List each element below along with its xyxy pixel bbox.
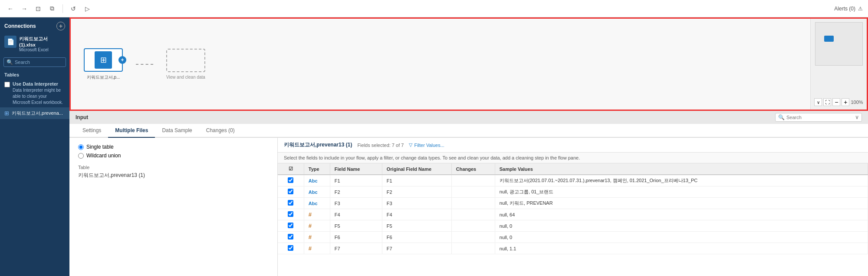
fit-button[interactable]: ⛶ — [823, 98, 831, 106]
row-changes — [451, 232, 495, 243]
flow-connector — [136, 64, 153, 65]
table-row: # F7 F7 null, 1.1 — [278, 243, 868, 254]
row-checkbox[interactable] — [288, 189, 293, 194]
flow-node-box: ⊞ + — [84, 48, 123, 72]
data-table-scroll[interactable]: ☑ Type Field Name Original Field Name Ch… — [278, 163, 868, 276]
flow-node-label: 키워드보고서,p... — [87, 74, 120, 80]
minimap-node — [824, 36, 834, 42]
flow-node-dest[interactable]: View and clean data — [166, 49, 205, 80]
search-icon: 🔍 — [7, 59, 13, 65]
row-checkbox[interactable] — [288, 223, 293, 228]
interpreter-checkbox[interactable] — [4, 82, 10, 87]
row-fieldname: F5 — [330, 220, 382, 232]
fields-selected: Fields selected: 7 of 7 — [357, 143, 404, 148]
row-checkbox[interactable] — [288, 234, 293, 239]
file-info: 키워드보고서 (1).xlsx Microsoft Excel — [19, 36, 65, 52]
filter-button[interactable]: ▽ Filter Values... — [409, 142, 444, 148]
flow-node-dashed-box — [166, 49, 205, 72]
single-table-radio[interactable] — [78, 144, 84, 150]
row-origfield: F7 — [382, 243, 451, 254]
row-sample: null, 1.1 — [495, 243, 868, 254]
zoom-plus-button[interactable]: + — [842, 98, 849, 106]
alerts-area: Alerts (0) ⚠ — [834, 6, 863, 12]
bottom-panel-content: Single table Wildcard union Table 키워드보고서… — [69, 138, 868, 276]
canvas-and-right: ⊞ + 키워드보고서,p... View and clean data — [69, 17, 868, 276]
table-row: Abc F1 F1 키워드보고서(2021.07.01.~2021.07.31.… — [278, 175, 868, 186]
row-checkbox[interactable] — [288, 177, 293, 183]
tab-multiple-files[interactable]: Multiple Files — [108, 124, 155, 138]
row-checkbox-cell[interactable] — [278, 209, 304, 220]
refresh-button[interactable]: ↺ — [68, 3, 79, 14]
back-button[interactable]: ← — [5, 3, 16, 14]
row-origfield: F2 — [382, 186, 451, 198]
row-checkbox-cell[interactable] — [278, 186, 304, 198]
zoom-controls: ∨ ⛶ − + 100% — [814, 98, 863, 106]
top-toolbar: ← → ⊡ ⧉ ↺ ▷ Alerts (0) ⚠ — [0, 0, 868, 17]
col-header-check: ☑ — [278, 163, 304, 175]
sidebar: Connections + 📄 키워드보고서 (1).xlsx Microsof… — [0, 17, 69, 276]
dashed-line — [136, 64, 153, 65]
row-type: # — [304, 243, 330, 254]
table-row: Abc F3 F3 null, 키워드, PREVENAR — [278, 198, 868, 209]
bottom-panel-tabs: Settings Multiple Files Data Sample Chan… — [69, 124, 868, 138]
bottom-search-input[interactable] — [786, 115, 853, 120]
sidebar-search[interactable]: 🔍 — [3, 57, 66, 67]
flow-node-dashed-label: View and clean data — [166, 75, 205, 80]
bottom-panel-header: Input 🔍 ∨ — [69, 111, 868, 124]
row-checkbox-cell[interactable] — [278, 220, 304, 232]
radio-group: Single table Wildcard union — [78, 144, 269, 159]
row-checkbox[interactable] — [288, 211, 293, 217]
wildcard-union-option[interactable]: Wildcard union — [78, 153, 269, 159]
row-changes — [451, 198, 495, 209]
minimap-panel: ∨ ⛶ − + 100% — [810, 19, 867, 110]
save-button[interactable]: ⊡ — [33, 3, 43, 14]
flow-node-plus[interactable]: + — [118, 56, 126, 64]
zoom-minus-button[interactable]: − — [832, 98, 840, 106]
data-table-area: 키워드보고서,prevenar13 (1) Fields selected: 7… — [278, 138, 868, 276]
row-type: Abc — [304, 186, 330, 198]
row-fieldname: F2 — [330, 186, 382, 198]
col-header-changes: Changes — [451, 163, 495, 175]
row-checkbox-cell[interactable] — [278, 198, 304, 209]
row-sample: 키워드보고서(2021.07.01.~2021.07.31.),prevenar… — [495, 175, 868, 186]
add-connection-button[interactable]: + — [56, 22, 65, 30]
row-checkbox-cell[interactable] — [278, 175, 304, 186]
bottom-search-dropdown[interactable]: ∨ — [855, 114, 859, 120]
copy-button[interactable]: ⧉ — [47, 3, 57, 14]
toolbar-divider — [62, 4, 63, 13]
zoom-dropdown-button[interactable]: ∨ — [814, 98, 822, 106]
play-button[interactable]: ▷ — [82, 3, 92, 14]
row-changes — [451, 220, 495, 232]
row-origfield: F5 — [382, 220, 451, 232]
row-checkbox-cell[interactable] — [278, 232, 304, 243]
row-checkbox[interactable] — [288, 245, 293, 251]
col-header-type: Type — [304, 163, 330, 175]
file-item[interactable]: 📄 키워드보고서 (1).xlsx Microsoft Excel — [0, 33, 69, 55]
table-icon: ⊞ — [4, 110, 9, 116]
search-input[interactable] — [15, 60, 63, 65]
row-checkbox[interactable] — [288, 200, 293, 206]
add-icon: + — [59, 23, 62, 30]
table-item[interactable]: ⊞ 키워드보고서,prevena... — [0, 107, 69, 119]
alert-icon: ⚠ — [858, 6, 863, 12]
row-checkbox-cell[interactable] — [278, 243, 304, 254]
table-name: 키워드보고서,prevena... — [12, 110, 63, 116]
settings-panel: Single table Wildcard union Table 키워드보고서… — [69, 138, 278, 276]
bottom-panel-search[interactable]: 🔍 ∨ — [775, 113, 862, 122]
tab-data-sample[interactable]: Data Sample — [155, 124, 199, 138]
row-changes — [451, 209, 495, 220]
file-icon: 📄 — [4, 36, 16, 48]
table-row: # F5 F5 null, 0 — [278, 220, 868, 232]
file-type: Microsoft Excel — [19, 47, 65, 52]
tab-settings[interactable]: Settings — [76, 124, 108, 138]
forward-button[interactable]: → — [19, 3, 30, 14]
single-table-label: Single table — [86, 144, 114, 150]
flow-node-source[interactable]: ⊞ + 키워드보고서,p... — [84, 48, 123, 80]
alerts-label: Alerts (0) — [834, 6, 855, 12]
tab-changes[interactable]: Changes (0) — [199, 124, 242, 138]
row-type: # — [304, 232, 330, 243]
row-changes — [451, 175, 495, 186]
single-table-option[interactable]: Single table — [78, 144, 269, 150]
table-header-row: ☑ Type Field Name Original Field Name Ch… — [278, 163, 868, 175]
wildcard-union-radio[interactable] — [78, 153, 84, 159]
